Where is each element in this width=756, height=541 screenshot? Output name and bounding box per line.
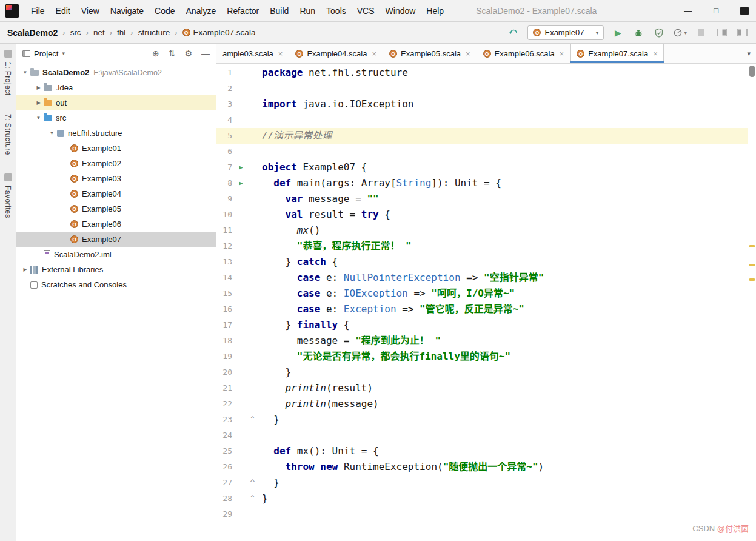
code-line-21[interactable]: 21 println(result) (216, 380, 748, 396)
tool-window-button-favorites[interactable]: Favorites (4, 173, 12, 218)
run-button[interactable]: ▶ (611, 26, 624, 39)
profiler-button[interactable]: ▾ (673, 28, 687, 38)
tree-item-net.fhl.structure[interactable]: ▼net.fhl.structure (16, 126, 216, 141)
tree-collapsed-arrow-icon[interactable]: ▶ (33, 100, 44, 106)
code-line-12[interactable]: 12 "恭喜，程序执行正常！ " (216, 238, 748, 254)
breadcrumb-item[interactable]: fhl (117, 28, 125, 37)
coverage-button[interactable] (652, 26, 666, 39)
code-line-18[interactable]: 18 message = "程序到此为止！ " (216, 333, 748, 349)
code-line-28[interactable]: 28^} (216, 491, 748, 506)
code-line-29[interactable]: 29 (216, 506, 748, 522)
breadcrumb-item[interactable]: src (70, 28, 81, 37)
code-line-26[interactable]: 26 throw new RuntimeException("随便抛出一个异常~… (216, 459, 748, 475)
tab-ample03.scala[interactable]: ample03.scala× (216, 44, 289, 63)
code-line-17[interactable]: 17 } finally { (216, 317, 748, 333)
hide-panel-icon[interactable]: — (201, 49, 210, 58)
code-line-9[interactable]: 9 var message = "" (216, 191, 748, 207)
run-configuration-select[interactable]: Example07 ▾ (527, 25, 604, 40)
fold-marker-icon[interactable]: ^ (247, 475, 258, 491)
tree-expanded-arrow-icon[interactable]: ▼ (33, 115, 44, 121)
collapse-all-icon[interactable]: ⇅ (169, 49, 176, 58)
tree-item-ScalaDemo2[interactable]: ▼ScalaDemo2F:\java\ScalaDemo2 (16, 65, 216, 80)
code-line-10[interactable]: 10 val result = try { (216, 207, 748, 223)
menu-navigate[interactable]: Navigate (105, 0, 149, 21)
menu-window[interactable]: Window (380, 0, 421, 21)
code-line-7[interactable]: 7▶object Example07 { (216, 160, 748, 175)
breadcrumb-item[interactable]: ScalaDemo2 (7, 28, 58, 38)
chevron-down-icon[interactable]: ▾ (62, 50, 65, 56)
code-line-8[interactable]: 8▶ def main(args: Array[String]): Unit =… (216, 175, 748, 191)
breadcrumb-item[interactable]: Example07.scala (182, 28, 256, 37)
code-line-22[interactable]: 22 println(message) (216, 396, 748, 412)
hidden-tabs-chevron-icon[interactable]: ▾ (741, 50, 756, 58)
code-line-15[interactable]: 15 case e: IOException => "呵呵，I/O异常~" (216, 286, 748, 301)
menu-view[interactable]: View (76, 0, 105, 21)
code-line-14[interactable]: 14 case e: NullPointerException => "空指针异… (216, 270, 748, 286)
editor-layout-button[interactable] (735, 26, 749, 39)
code-line-27[interactable]: 27^ } (216, 475, 748, 491)
menu-build[interactable]: Build (264, 0, 294, 21)
tree-item-Example01[interactable]: Example01 (16, 141, 216, 156)
breadcrumb-item[interactable]: net (93, 28, 105, 37)
tree-item-Scratches and Consoles[interactable]: Scratches and Consoles (16, 277, 216, 292)
tab-Example05.scala[interactable]: Example05.scala× (383, 44, 477, 63)
tool-window-button-structure[interactable]: 7: Structure (4, 114, 12, 155)
tree-item-Example03[interactable]: Example03 (16, 171, 216, 186)
tree-item-External Libraries[interactable]: ▶External Libraries (16, 262, 216, 277)
tree-item-Example06[interactable]: Example06 (16, 217, 216, 232)
breadcrumb-item[interactable]: structure (138, 28, 170, 37)
close-tab-icon[interactable]: × (372, 49, 376, 58)
tree-expanded-arrow-icon[interactable]: ▼ (20, 70, 30, 75)
fold-marker-icon[interactable]: ^ (247, 412, 258, 428)
code-line-19[interactable]: 19 "无论是否有异常，都会执行finally里的语句~" (216, 349, 748, 365)
code-line-13[interactable]: 13 } catch { (216, 254, 748, 270)
menu-refactor[interactable]: Refactor (221, 0, 264, 21)
code-line-6[interactable]: 6 (216, 144, 748, 160)
stop-button[interactable] (694, 26, 707, 39)
tree-collapsed-arrow-icon[interactable]: ▶ (20, 267, 30, 272)
scrollbar-thumb[interactable] (749, 66, 755, 77)
tree-expanded-arrow-icon[interactable]: ▼ (47, 130, 57, 136)
tree-collapsed-arrow-icon[interactable]: ▶ (33, 85, 44, 90)
code-line-11[interactable]: 11 mx() (216, 223, 748, 238)
tree-item-Example07[interactable]: Example07 (16, 232, 216, 247)
menu-run[interactable]: Run (294, 0, 321, 21)
menu-vcs[interactable]: VCS (352, 0, 380, 21)
close-tab-icon[interactable]: × (653, 49, 658, 58)
menu-file[interactable]: File (25, 0, 50, 21)
tree-item-Example02[interactable]: Example02 (16, 156, 216, 171)
menu-code[interactable]: Code (149, 0, 180, 21)
code-line-24[interactable]: 24 (216, 428, 748, 443)
warning-stripe-mark[interactable] (749, 264, 755, 266)
code-line-20[interactable]: 20 } (216, 365, 748, 380)
close-button[interactable] (740, 7, 749, 15)
tab-Example04.scala[interactable]: Example04.scala× (289, 44, 383, 63)
tree-item-.idea[interactable]: ▶.idea (16, 80, 216, 95)
locate-file-icon[interactable]: ⊕ (152, 49, 159, 58)
fold-marker-icon[interactable]: ^ (247, 491, 258, 506)
menu-help[interactable]: Help (421, 0, 449, 21)
tree-item-ScalaDemo2.iml[interactable]: ScalaDemo2.iml (16, 247, 216, 262)
code-line-5[interactable]: 5//演示异常处理 (216, 128, 748, 144)
run-gutter-icon[interactable]: ▶ (235, 160, 247, 175)
code-line-23[interactable]: 23^ } (216, 412, 748, 428)
tree-item-out[interactable]: ▶out (16, 95, 216, 110)
tab-Example07.scala[interactable]: Example07.scala× (570, 44, 664, 63)
tool-window-button-project[interactable]: 1: Project (4, 50, 12, 96)
project-panel-title[interactable]: Project (34, 49, 58, 58)
gear-icon[interactable]: ⚙ (184, 49, 192, 58)
close-tab-icon[interactable]: × (560, 49, 564, 58)
menu-analyze[interactable]: Analyze (181, 0, 222, 21)
warning-stripe-mark[interactable] (749, 278, 755, 281)
close-tab-icon[interactable]: × (278, 49, 283, 58)
tree-item-src[interactable]: ▼src (16, 110, 216, 126)
code-line-16[interactable]: 16 case e: Exception => "管它呢，反正是异常~" (216, 301, 748, 317)
tree-item-Example05[interactable]: Example05 (16, 201, 216, 217)
curved-arrow-icon[interactable] (507, 26, 520, 39)
code-line-1[interactable]: 1package net.fhl.structure (216, 65, 748, 81)
run-gutter-icon[interactable]: ▶ (235, 175, 247, 191)
code-line-4[interactable]: 4 (216, 112, 748, 128)
toolwindow-layout-button[interactable] (715, 26, 728, 39)
maximize-button[interactable]: □ (714, 7, 718, 15)
close-tab-icon[interactable]: × (466, 49, 470, 58)
